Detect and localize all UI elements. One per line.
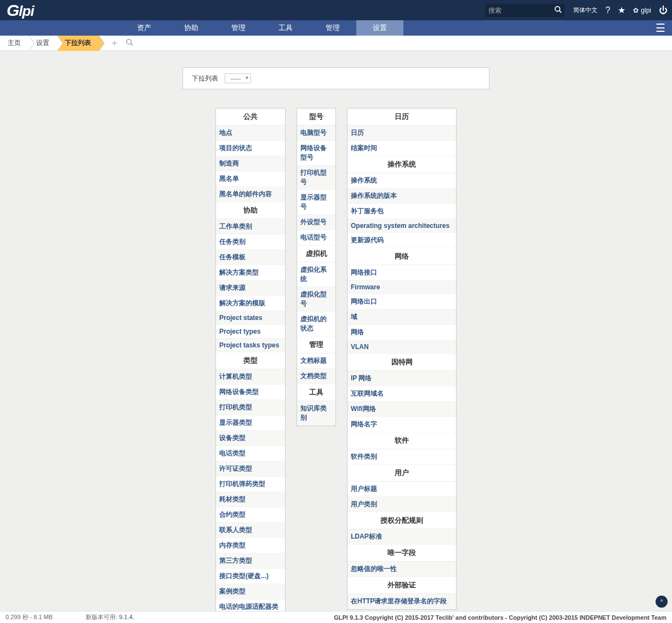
list-item: 电脑型号 (297, 125, 335, 141)
list-item-link[interactable]: 网络设备型号 (300, 144, 327, 161)
list-item-link[interactable]: Operating system architectures (351, 222, 449, 230)
list-item: 互联网域名 (348, 386, 456, 402)
list-item-link[interactable]: VLAN (351, 343, 369, 351)
list-item-link[interactable]: 虚拟机的状态 (300, 315, 327, 332)
list-item-link[interactable]: 解决方案的模版 (219, 299, 265, 307)
search-action-icon[interactable] (126, 38, 133, 48)
list-item-link[interactable]: 网络接口 (351, 268, 377, 276)
user-label: glpi (641, 7, 651, 14)
list-item-link[interactable]: 虚拟化型号 (300, 290, 327, 307)
list-item: 联系人类型 (216, 523, 285, 538)
list-item-link[interactable]: 第三方类型 (219, 557, 252, 564)
list-item-link[interactable]: 文档类型 (300, 372, 327, 380)
list-item: 制造商 (216, 156, 285, 172)
list-item-link[interactable]: 内存类型 (219, 541, 246, 549)
list-item-link[interactable]: IP 网络 (351, 374, 372, 382)
list-item-link[interactable]: 文档标题 (300, 357, 327, 364)
list-item-link[interactable]: 案例类型 (219, 587, 246, 595)
list-item-link[interactable]: Project states (219, 314, 263, 322)
list-item-link[interactable]: 知识库类别 (300, 404, 327, 421)
list-item-link[interactable]: 外设型号 (300, 218, 327, 226)
hamburger-icon[interactable]: ☰ (649, 20, 672, 36)
list-item: 用户标题 (348, 482, 456, 497)
list-item-link[interactable]: Wifi网络 (351, 405, 376, 413)
help-icon[interactable]: ? (605, 5, 610, 15)
list-item-link[interactable]: 任务模板 (219, 253, 246, 261)
dropdown-filter-select[interactable]: ----- (225, 73, 251, 83)
list-item-link[interactable]: 忽略值的唯一性 (351, 565, 397, 573)
breadcrumb-item-0[interactable]: 主页 (0, 36, 29, 51)
list-item-link[interactable]: 打印机弹药类型 (219, 480, 265, 488)
list-item-link[interactable]: 黑名单 (219, 175, 239, 182)
menu-item-2[interactable]: 管理 (215, 20, 262, 36)
list-item: 网络设备类型 (216, 385, 285, 400)
list-item-link[interactable]: LDAP标准 (351, 533, 382, 540)
list-item-link[interactable]: 联系人类型 (219, 526, 252, 534)
list-item-link[interactable]: 合约类型 (219, 511, 246, 518)
section-header: 外部验证 (348, 577, 456, 594)
list-item-link[interactable]: Firmware (351, 283, 380, 291)
menu-item-3[interactable]: 工具 (262, 20, 309, 36)
list-item-link[interactable]: 计算机类型 (219, 373, 252, 380)
list-item-link[interactable]: 网络名字 (351, 420, 377, 428)
list-item-link[interactable]: 任务类别 (219, 238, 246, 245)
list-item-link[interactable]: 在HTTP请求里存储登录名的字段 (351, 597, 447, 605)
new-version-link[interactable]: 9.1.4. (119, 614, 134, 620)
list-item-link[interactable]: 补丁服务包 (351, 207, 384, 215)
search-input[interactable] (485, 5, 551, 16)
main-content: 下拉列表 ----- 公共地点项目的状态制造商黑名单黑名单的邮件内容协助工作单类… (0, 51, 672, 623)
list-item-link[interactable]: 网络出口 (351, 298, 377, 305)
list-item-link[interactable]: 虚拟化系统 (300, 266, 327, 283)
list-item-link[interactable]: 用户标题 (351, 485, 377, 493)
list-item-link[interactable]: 互联网域名 (351, 390, 384, 397)
list-item-link[interactable]: 耗材类型 (219, 495, 246, 503)
list-item-link[interactable]: 用户类别 (351, 500, 377, 508)
logo[interactable]: Glpi (4, 1, 34, 20)
list-item-link[interactable]: 黑名单的邮件内容 (219, 190, 272, 198)
list-item-link[interactable]: 电脑型号 (300, 129, 327, 136)
menu-item-0[interactable]: 资产 (121, 20, 168, 36)
list-item-link[interactable]: 地点 (219, 129, 232, 136)
menu-item-1[interactable]: 协助 (168, 20, 215, 36)
menu-item-5[interactable]: 设置 (356, 20, 403, 36)
list-item-link[interactable]: 设备类型 (219, 434, 246, 442)
list-item: 结案时间 (348, 141, 456, 156)
list-item-link[interactable]: 网络设备类型 (219, 388, 259, 396)
add-icon[interactable]: + (112, 38, 117, 48)
list-item-link[interactable]: 制造商 (219, 159, 239, 167)
list-item-link[interactable]: 项目的状态 (219, 144, 252, 152)
list-item: 操作系统的版本 (348, 188, 456, 204)
list-item-link[interactable]: 请求来源 (219, 284, 246, 292)
list-item-link[interactable]: 接口类型(硬盘...) (219, 572, 269, 580)
breadcrumb-item-2[interactable]: 下拉列表 (57, 36, 99, 51)
list-item-link[interactable]: 结案时间 (351, 144, 377, 152)
list-item-link[interactable]: 许可证类型 (219, 465, 252, 472)
list-item-link[interactable]: 更新源代码 (351, 236, 384, 244)
list-item-link[interactable]: 软件类别 (351, 453, 377, 460)
list-item-link[interactable]: 解决方案类型 (219, 268, 259, 276)
list-item-link[interactable]: 打印机类型 (219, 403, 252, 411)
language-link[interactable]: 简体中文 (573, 6, 597, 14)
list-item-link[interactable]: 操作系统的版本 (351, 192, 397, 199)
list-item-link[interactable]: 显示器型号 (300, 193, 327, 210)
list-item: IP 网络 (348, 371, 456, 386)
power-icon[interactable]: ⏻ (659, 5, 668, 15)
list-item-link[interactable]: 日历 (351, 129, 364, 136)
list-item-link[interactable]: 电话类型 (219, 449, 246, 457)
list-item-link[interactable]: 显示器类型 (219, 419, 252, 426)
list-item: 忽略值的唯一性 (348, 562, 456, 577)
list-item-link[interactable]: 操作系统 (351, 176, 377, 184)
list-item-link[interactable]: Project types (219, 328, 260, 335)
list-item-link[interactable]: 域 (351, 313, 357, 321)
list-item: 文档标题 (297, 353, 335, 369)
search-icon[interactable] (551, 4, 565, 16)
list-item-link[interactable]: Project tasks types (219, 341, 279, 349)
list-item-link[interactable]: 工作单类别 (219, 222, 252, 230)
menu-item-4[interactable]: 管理 (309, 20, 356, 36)
list-item-link[interactable]: 电话型号 (300, 233, 327, 241)
list-item-link[interactable]: 打印机型号 (300, 169, 327, 186)
star-icon[interactable]: ★ (618, 5, 625, 15)
list-item-link[interactable]: 网络 (351, 328, 364, 336)
user-settings-link[interactable]: ✿ glpi (633, 7, 651, 14)
scroll-top-button[interactable]: ^ (656, 596, 668, 608)
